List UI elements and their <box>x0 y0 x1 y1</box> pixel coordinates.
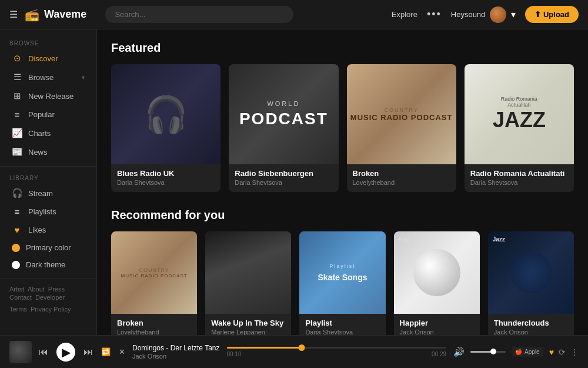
sidebar-item-label: Charts <box>28 129 51 138</box>
sidebar-item-stream[interactable]: 🎧 Stream <box>2 184 94 203</box>
hamburger-icon[interactable]: ☰ <box>9 9 18 20</box>
sidebar-item-primary-color[interactable]: Primary color <box>2 239 94 256</box>
user-menu[interactable]: Heysound ▾ <box>451 6 516 23</box>
progress-thumb <box>298 344 305 351</box>
genre-label: Pop <box>399 236 410 243</box>
apple-badge: 🍎 Apple <box>512 347 543 357</box>
card-subtitle: Lovelytheband <box>353 179 450 186</box>
sidebar-item-likes[interactable]: ♥ Likes <box>2 221 94 239</box>
sidebar-item-charts[interactable]: 📈 Charts <box>2 124 94 142</box>
upload-button[interactable]: ⬆ Upload <box>525 6 579 23</box>
sidebar-item-discover[interactable]: ⊙ Discover <box>2 49 94 68</box>
broken-genre: COUNTRY <box>384 107 418 113</box>
sidebar-item-popular[interactable]: ≡ Popular <box>2 105 94 124</box>
sidebar-item-label: Likes <box>28 226 46 234</box>
sidebar-item-label: Discover <box>28 54 58 63</box>
card-podcast[interactable]: WORLD PODCAST Radio Siebenbuergen Daria … <box>229 64 338 192</box>
card-blues-radio[interactable]: Blues Radio UK Daria Shevtsova <box>111 64 220 192</box>
sidebar-item-label: News <box>28 148 48 157</box>
card-playlist[interactable]: Playlist Skate Songs Playlist Daria Shev… <box>299 231 385 335</box>
card-image: Latino <box>205 231 291 314</box>
extra-links: Terms Privacy Policy <box>0 303 96 315</box>
card-info: Happier Jack Orison <box>394 314 480 335</box>
player-thumbnail <box>9 341 32 363</box>
sidebar-item-news[interactable]: 📰 News <box>2 142 94 161</box>
featured-grid: Blues Radio UK Daria Shevtsova WORLD POD… <box>111 64 574 192</box>
card-broken-sm[interactable]: COUNTRY MUSIC RADIO PODCAST Broken Lovel… <box>111 231 197 335</box>
sidebar-item-label: Browse <box>28 73 54 82</box>
card-subtitle: Jack Orison <box>400 329 474 335</box>
volume-icon[interactable]: 🔊 <box>453 347 465 357</box>
card-image: WORLD PODCAST <box>229 64 338 164</box>
card-title: Happier <box>400 319 474 327</box>
genre-label: Jazz <box>493 236 505 243</box>
footer-link-press[interactable]: Press <box>48 286 65 293</box>
share-button[interactable]: ⟳ <box>559 347 566 357</box>
recommend-section: Recommend for you COUNTRY MUSIC RADIO PO… <box>111 208 574 335</box>
card-title: Blues Radio UK <box>117 169 215 178</box>
logo-icon: 📻 <box>25 8 39 22</box>
footer-links: Artist About Press Contact Developer <box>0 283 96 303</box>
popular-icon: ≡ <box>12 110 22 120</box>
card-title: Wake Up In The Sky <box>211 319 285 327</box>
play-button[interactable]: ▶ <box>56 343 75 362</box>
sidebar-divider-2 <box>0 278 96 279</box>
featured-title: Featured <box>111 41 574 55</box>
card-wake-up[interactable]: Latino Wake Up In The Sky Marlene Leppän… <box>205 231 291 335</box>
card-jazz[interactable]: Radio RomaniaActualitati JAZZ Radio Roma… <box>465 64 574 192</box>
sidebar-item-browse[interactable]: ☰ Browse ▾ <box>2 68 94 87</box>
like-button[interactable]: ♥ <box>549 347 554 357</box>
news-icon: 📰 <box>12 147 22 157</box>
featured-section: Featured Blues Radio UK Daria Shevtsova … <box>111 41 574 192</box>
card-info: Blues Radio UK Daria Shevtsova <box>111 164 220 192</box>
footer-link-developer[interactable]: Developer <box>35 294 65 301</box>
stream-icon: 🎧 <box>12 188 22 198</box>
card-thunderclouds[interactable]: Jazz Thunderclouds Jack Orison <box>488 231 574 335</box>
skip-back-button[interactable]: ⏮ <box>39 347 48 357</box>
skip-forward-button[interactable]: ⏭ <box>83 347 93 357</box>
card-subtitle: Daria Shevtsova <box>305 329 379 335</box>
sidebar-divider <box>0 166 96 167</box>
topnav-right: Explore ••• Heysound ▾ ⬆ Upload <box>392 6 579 23</box>
user-chevron-icon: ▾ <box>511 9 516 20</box>
shuffle-button[interactable]: ✕ <box>119 347 125 356</box>
total-time: 00:29 <box>432 351 446 357</box>
more-button[interactable]: ⋮ <box>570 347 579 357</box>
main-content: Featured Blues Radio UK Daria Shevtsova … <box>97 29 588 335</box>
card-subtitle: Daria Shevtsova <box>117 179 215 186</box>
dark-theme-circle <box>12 261 20 269</box>
track-title: Domingos - Der Letzte Tanz <box>132 344 220 352</box>
username-label: Heysound <box>451 10 486 19</box>
card-info: Playlist Daria Shevtsova <box>299 314 385 335</box>
footer-link-terms[interactable]: Terms <box>9 306 27 313</box>
discover-icon: ⊙ <box>12 53 22 64</box>
progress-bar[interactable] <box>227 347 447 349</box>
footer-link-contact[interactable]: Contact <box>9 294 32 301</box>
sidebar-item-playlists[interactable]: ≡ Playlists <box>2 203 94 221</box>
browse-section-label: BROWSE <box>0 37 96 49</box>
jazz-name-text: Radio RomaniaActualitati <box>501 96 537 108</box>
new-release-icon: ⊞ <box>12 91 22 101</box>
sidebar-item-dark-theme[interactable]: Dark theme <box>2 256 94 273</box>
footer-link-artist[interactable]: Artist <box>9 286 24 293</box>
recommend-title: Recommend for you <box>111 208 574 222</box>
card-happier[interactable]: Pop Happier Jack Orison <box>394 231 480 335</box>
sidebar-item-new-release[interactable]: ⊞ New Release <box>2 87 94 105</box>
card-broken[interactable]: COUNTRY MUSIC RADIO PODCAST Broken Lovel… <box>347 64 456 192</box>
volume-bar[interactable] <box>470 351 506 353</box>
player-progress: 00:10 00:29 <box>227 347 447 357</box>
sidebar-item-label: Popular <box>28 110 55 119</box>
card-info: Radio Siebenbuergen Daria Shevtsova <box>229 164 338 192</box>
country-sub: MUSIC RADIO PODCAST <box>121 273 187 279</box>
current-time: 00:10 <box>227 351 242 357</box>
explore-link[interactable]: Explore <box>392 10 417 19</box>
repeat-button[interactable]: 🔁 <box>101 347 111 356</box>
footer-link-about[interactable]: About <box>28 286 45 293</box>
likes-icon: ♥ <box>12 225 22 235</box>
search-input[interactable] <box>105 6 293 23</box>
footer-link-privacy[interactable]: Privacy Policy <box>31 306 71 313</box>
podcast-world-text: WORLD <box>267 100 300 107</box>
more-options-button[interactable]: ••• <box>427 8 442 21</box>
card-title: Broken <box>353 169 450 178</box>
volume-dot <box>490 349 496 354</box>
